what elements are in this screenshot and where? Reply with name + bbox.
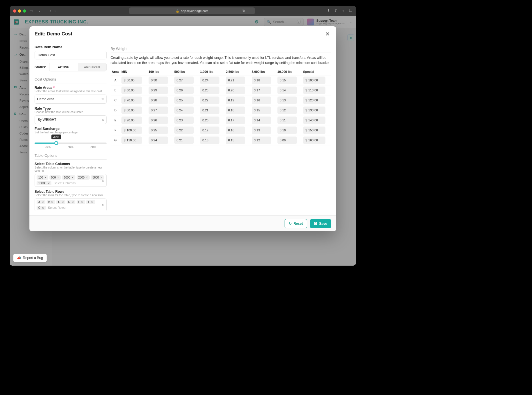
rate-input[interactable]: 0.17 <box>226 117 245 124</box>
rate-input[interactable]: 0.15 <box>277 77 297 84</box>
special-input[interactable]: $100.00 <box>303 77 325 84</box>
rate-input[interactable]: 0.14 <box>277 87 297 94</box>
remove-chip-icon[interactable]: ✕ <box>71 176 74 179</box>
rate-input[interactable]: 0.24 <box>200 77 219 84</box>
min-input[interactable]: $100.00 <box>121 127 142 134</box>
remove-chip-icon[interactable]: ✕ <box>91 200 93 204</box>
remove-chip-icon[interactable]: ✕ <box>51 200 53 204</box>
special-input[interactable]: $160.00 <box>303 137 325 144</box>
rate-input[interactable]: 0.21 <box>174 137 194 144</box>
remove-chip-icon[interactable]: ✕ <box>71 200 74 204</box>
rate-input[interactable]: 0.25 <box>149 127 168 134</box>
reset-button[interactable]: ↻ Reset <box>285 219 307 228</box>
rate-areas-input[interactable]: Demo Area✕ <box>35 95 107 104</box>
nav-back-icon[interactable]: ‹ <box>48 8 52 13</box>
status-active-button[interactable]: ACTIVE <box>49 63 78 71</box>
remove-chip-icon[interactable]: ✕ <box>41 200 44 204</box>
min-input[interactable]: $90.00 <box>121 117 142 124</box>
rate-input[interactable]: 0.18 <box>200 137 219 144</box>
min-input[interactable]: $50.00 <box>121 77 142 84</box>
remove-chip-icon[interactable]: ✕ <box>86 176 88 179</box>
rate-input[interactable]: 0.09 <box>277 137 297 144</box>
rate-input[interactable]: 0.26 <box>149 117 168 124</box>
dollar-icon: $ <box>305 109 307 112</box>
rate-input[interactable]: 0.15 <box>226 137 245 144</box>
url-bar[interactable]: 🔒 app.mycartage.com ↻ <box>129 7 255 14</box>
rate-input[interactable]: 0.24 <box>174 107 194 114</box>
download-icon[interactable]: ⬇ <box>327 8 330 13</box>
rate-input[interactable]: 0.17 <box>252 87 271 94</box>
rate-name-input[interactable] <box>35 51 107 59</box>
minimize-window-icon[interactable] <box>18 9 21 13</box>
rate-input[interactable]: 0.21 <box>226 77 245 84</box>
reload-icon[interactable]: ↻ <box>242 9 245 13</box>
slider-thumb[interactable] <box>54 141 58 145</box>
remove-chip-icon[interactable]: ✕ <box>42 206 44 209</box>
rate-input[interactable]: 0.19 <box>200 127 219 134</box>
remove-chip-icon[interactable]: ✕ <box>44 176 47 179</box>
rate-input[interactable]: 0.18 <box>226 107 245 114</box>
rate-input[interactable]: 0.28 <box>149 97 168 104</box>
dollar-icon: $ <box>124 139 125 142</box>
status-archived-button[interactable]: ARCHIVED <box>78 63 106 71</box>
fuel-surcharge-slider[interactable]: 30% 20% 50% 80% <box>35 139 107 152</box>
rate-input[interactable]: 0.22 <box>200 97 219 104</box>
table-rows-input[interactable]: A ✕B ✕C ✕D ✕E ✕F ✕G ✕Select Rows⇅ <box>35 198 107 211</box>
rate-input[interactable]: 0.18 <box>252 77 271 84</box>
special-input[interactable]: $130.00 <box>303 107 325 114</box>
rate-input[interactable]: 0.21 <box>200 107 219 114</box>
rate-input[interactable]: 0.26 <box>174 87 194 94</box>
rate-input[interactable]: 0.16 <box>226 127 245 134</box>
rate-input[interactable]: 0.23 <box>200 87 219 94</box>
remove-chip-icon[interactable]: ✕ <box>61 200 64 204</box>
maximize-window-icon[interactable] <box>23 9 26 13</box>
rate-input[interactable]: 0.19 <box>226 97 245 104</box>
remove-chip-icon[interactable]: ✕ <box>57 176 59 179</box>
rate-input[interactable]: 0.27 <box>149 107 168 114</box>
rate-input[interactable]: 0.20 <box>200 117 219 124</box>
rate-input[interactable]: 0.13 <box>252 127 271 134</box>
save-button[interactable]: 🖫 Save <box>310 219 331 228</box>
rate-input[interactable]: 0.13 <box>277 97 297 104</box>
rate-input[interactable]: 0.11 <box>277 117 297 124</box>
chevron-down-icon[interactable]: ⌄ <box>37 9 42 12</box>
rate-input[interactable]: 0.23 <box>174 117 194 124</box>
nav-forward-icon[interactable]: › <box>53 8 57 13</box>
remove-area-icon[interactable]: ✕ <box>101 97 104 101</box>
rate-input[interactable]: 0.20 <box>226 87 245 94</box>
special-input[interactable]: $120.00 <box>303 97 325 104</box>
rate-input[interactable]: 0.27 <box>174 77 194 84</box>
report-bug-button[interactable]: 📣 Report a Bug <box>13 254 47 262</box>
close-icon[interactable]: ✕ <box>324 30 331 38</box>
sidebar-toggle-icon[interactable]: ▭ <box>28 9 35 13</box>
share-icon[interactable]: ⇪ <box>334 8 337 13</box>
rate-input[interactable]: 0.12 <box>252 137 271 144</box>
special-input[interactable]: $140.00 <box>303 117 325 124</box>
table-columns-input[interactable]: 100 ✕500 ✕1000 ✕2500 ✕5000 ✕10000 ✕Selec… <box>35 174 107 187</box>
rate-input[interactable]: 0.29 <box>149 87 168 94</box>
rate-input[interactable]: 0.15 <box>252 107 271 114</box>
min-input[interactable]: $110.00 <box>121 137 142 144</box>
rate-input[interactable]: 0.30 <box>149 77 168 84</box>
slider-value-bubble: 30% <box>51 135 61 139</box>
close-window-icon[interactable] <box>13 9 16 13</box>
rate-input[interactable]: 0.12 <box>277 107 297 114</box>
column-chip: 1000 ✕ <box>62 175 75 180</box>
rate-input[interactable]: 0.16 <box>252 97 271 104</box>
remove-chip-icon[interactable]: ✕ <box>47 182 50 185</box>
rate-type-select[interactable]: By WEIGHT ⇅ <box>35 115 107 124</box>
min-input[interactable]: $60.00 <box>121 87 142 94</box>
min-input[interactable]: $70.00 <box>121 97 142 104</box>
special-input[interactable]: $150.00 <box>303 127 325 134</box>
rate-input[interactable]: 0.14 <box>252 117 271 124</box>
rate-input[interactable]: 0.24 <box>149 137 168 144</box>
column-chip: 100 ✕ <box>37 175 48 180</box>
min-input[interactable]: $80.00 <box>121 107 142 114</box>
rate-input[interactable]: 0.10 <box>277 127 297 134</box>
new-tab-icon[interactable]: ＋ <box>341 8 345 13</box>
rate-input[interactable]: 0.22 <box>174 127 194 134</box>
rate-input[interactable]: 0.25 <box>174 97 194 104</box>
special-input[interactable]: $110.00 <box>303 87 325 94</box>
tabs-icon[interactable]: ❐ <box>349 8 353 13</box>
remove-chip-icon[interactable]: ✕ <box>81 200 83 204</box>
